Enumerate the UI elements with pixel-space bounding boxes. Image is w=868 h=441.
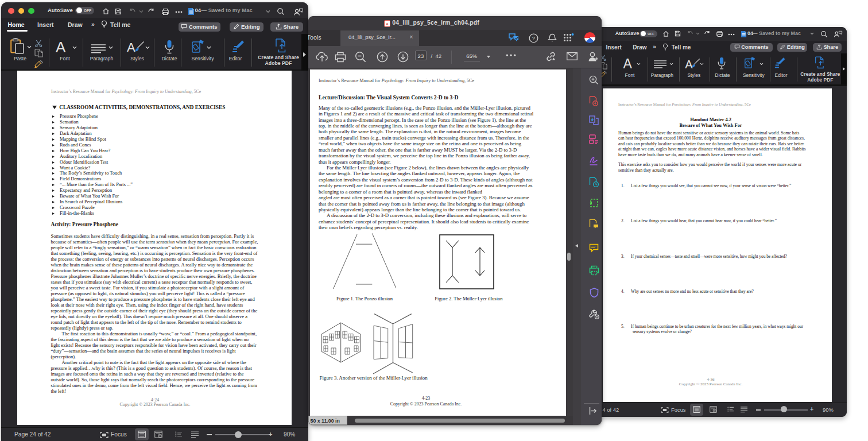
svg-text:?: ? <box>532 35 535 41</box>
svg-text:A: A <box>386 22 389 25</box>
